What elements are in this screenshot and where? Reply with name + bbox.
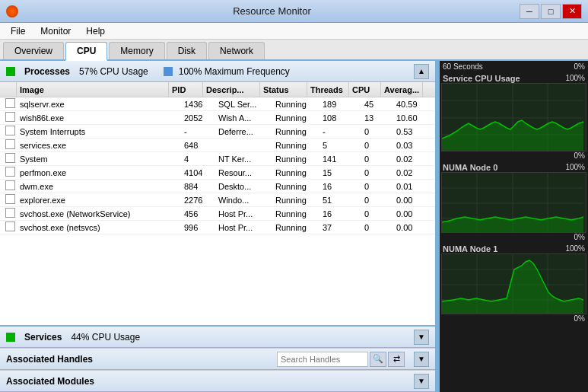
table-row[interactable]: sqlservr.exe 1436 SQL Ser... Running 189…	[0, 97, 435, 111]
processes-toggle[interactable]: ▲	[414, 64, 429, 79]
row-desc: Windo...	[215, 196, 272, 205]
header-desc[interactable]: Descrip...	[203, 82, 260, 97]
table-row[interactable]: svchost.exe (netsvcs) 996 Host Pr... Run…	[0, 221, 435, 234]
table-row[interactable]: wish86t.exe 2052 Wish A... Running 108 1…	[0, 111, 435, 125]
table-row[interactable]: System 4 NT Ker... Running 141 0 0.02	[0, 152, 435, 166]
table-row[interactable]: services.exe 648 Running 5 0 0.03	[0, 139, 435, 152]
row-image: System	[17, 155, 181, 164]
row-checkbox[interactable]	[5, 153, 15, 163]
modules-toggle[interactable]: ▼	[414, 374, 429, 389]
search-button[interactable]: 🔍	[370, 352, 386, 367]
row-image: explorer.exe	[17, 196, 181, 205]
row-avg: 10.60	[393, 113, 435, 123]
cpu-usage-label: 57% CPU Usage	[79, 66, 148, 77]
numa1-svg	[442, 254, 583, 314]
row-cpu: 0	[361, 127, 393, 136]
maximize-button[interactable]: □	[541, 4, 561, 19]
header-avg[interactable]: Averag...	[381, 82, 423, 97]
menu-help[interactable]: Help	[78, 24, 113, 38]
row-desc: SQL Ser...	[215, 100, 272, 109]
row-checkbox[interactable]	[5, 180, 15, 190]
processes-section: Processes 57% CPU Usage 100% Maximum Fre…	[0, 61, 435, 325]
row-desc: Wish A...	[215, 113, 272, 123]
row-pid: 884	[181, 182, 215, 191]
service-cpu-graph	[441, 83, 586, 151]
row-image: svchost.exe (netsvcs)	[17, 223, 181, 232]
row-status: Running	[272, 182, 319, 191]
header-status[interactable]: Status	[260, 82, 307, 97]
row-checkbox[interactable]	[5, 167, 15, 177]
row-cpu: 0	[361, 209, 393, 218]
search-action-button[interactable]: ⇄	[388, 352, 405, 367]
row-pid: 1436	[181, 100, 215, 109]
row-status: Running	[272, 155, 319, 164]
header-pid[interactable]: PID	[169, 82, 203, 97]
tab-cpu[interactable]: CPU	[65, 42, 107, 61]
close-button[interactable]: ✕	[562, 4, 582, 19]
row-status: Running	[272, 209, 319, 218]
row-pid: 2052	[181, 113, 215, 123]
row-avg: 40.59	[393, 100, 435, 109]
row-checkbox[interactable]	[5, 194, 15, 204]
row-threads: 16	[319, 182, 361, 191]
window-controls: ─ □ ✕	[520, 4, 582, 19]
row-desc: Host Pr...	[215, 223, 272, 232]
graph-time-header: 60 Seconds 0%	[441, 62, 586, 71]
services-toggle[interactable]: ▼	[414, 330, 429, 345]
tab-disk[interactable]: Disk	[167, 42, 207, 59]
row-threads: 189	[319, 100, 361, 109]
max-freq-indicator	[164, 67, 173, 76]
service-cpu-title: Service CPU Usage	[441, 72, 522, 83]
row-image: System Interrupts	[17, 127, 181, 136]
row-threads: 108	[319, 113, 361, 123]
services-cpu-indicator	[6, 333, 15, 342]
row-status: Running	[272, 223, 319, 232]
row-checkbox[interactable]	[5, 112, 15, 122]
minimize-button[interactable]: ─	[520, 4, 539, 19]
handles-section: Associated Handles 🔍 ⇄ ▼	[0, 348, 435, 370]
header-threads[interactable]: Threads	[307, 82, 349, 97]
services-header: Services 44% CPU Usage ▼	[0, 327, 435, 348]
handles-toggle[interactable]: ▼	[414, 352, 429, 367]
row-avg: 0.00	[393, 209, 435, 218]
tab-overview[interactable]: Overview	[3, 42, 64, 59]
numa0-min: 0%	[441, 233, 586, 241]
title-bar: Resource Monitor ─ □ ✕	[0, 0, 588, 23]
header-cpu[interactable]: CPU	[349, 82, 381, 97]
table-row[interactable]: explorer.exe 2276 Windo... Running 51 0 …	[0, 193, 435, 207]
row-pid: 456	[181, 209, 215, 218]
row-pid: 4	[181, 155, 215, 164]
table-row[interactable]: svchost.exe (NetworkService) 456 Host Pr…	[0, 207, 435, 221]
row-avg: 0.02	[393, 168, 435, 177]
menu-file[interactable]: File	[3, 24, 33, 38]
tab-network[interactable]: Network	[208, 42, 265, 59]
time-label: 60 Seconds	[443, 62, 483, 71]
process-table-body[interactable]: sqlservr.exe 1436 SQL Ser... Running 189…	[0, 97, 435, 325]
table-row[interactable]: perfmon.exe 4104 Resour... Running 15 0 …	[0, 166, 435, 180]
row-threads: 141	[319, 155, 361, 164]
numa0-title: NUMA Node 0	[441, 161, 499, 172]
numa1-max: 100%	[565, 244, 586, 253]
row-checkbox[interactable]	[5, 139, 15, 149]
row-cpu: 0	[361, 168, 393, 177]
row-checkbox[interactable]	[5, 208, 15, 218]
numa1-graph-section: NUMA Node 1 100% 0%	[441, 243, 586, 323]
service-cpu-min: 0%	[441, 151, 586, 160]
search-handles-input[interactable]	[277, 352, 368, 367]
row-checkbox[interactable]	[5, 126, 15, 135]
numa0-max: 100%	[565, 163, 586, 171]
table-row[interactable]: dwm.exe 884 Deskto... Running 16 0 0.01	[0, 180, 435, 193]
row-avg: 0.03	[393, 141, 435, 150]
tab-memory[interactable]: Memory	[109, 42, 164, 59]
row-checkbox[interactable]	[5, 221, 15, 231]
services-cpu-label: 44% CPU Usage	[71, 332, 140, 343]
handles-header: Associated Handles 🔍 ⇄ ▼	[0, 349, 435, 370]
row-checkbox[interactable]	[5, 98, 15, 108]
row-threads: -	[319, 127, 361, 136]
header-image[interactable]: Image	[17, 82, 169, 97]
table-row[interactable]: System Interrupts - Deferre... Running -…	[0, 125, 435, 139]
menu-monitor[interactable]: Monitor	[33, 24, 78, 38]
menu-bar: File Monitor Help	[0, 23, 588, 40]
window-title: Resource Monitor	[24, 5, 520, 17]
row-desc: Host Pr...	[215, 209, 272, 218]
